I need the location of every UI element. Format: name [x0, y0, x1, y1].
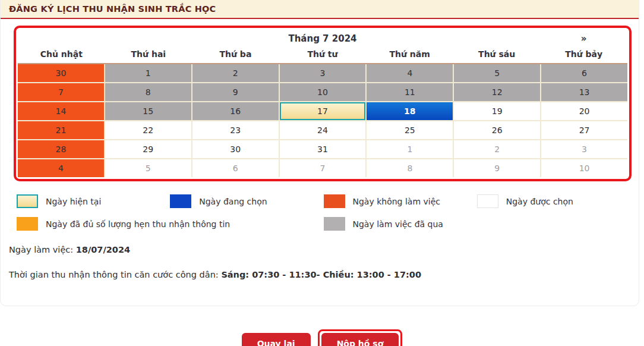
day-cell-3: 3 [280, 64, 366, 82]
day-cell-13: 13 [541, 83, 627, 101]
back-button[interactable]: Quay lại [242, 333, 311, 346]
day-cell-8: 8 [367, 159, 453, 177]
legend-item-full: Ngày đã đủ số lượng hẹn thu nhận thông t… [17, 217, 324, 231]
day-cell-9: 9 [454, 159, 540, 177]
legend-label: Ngày đã đủ số lượng hẹn thu nhận thông t… [46, 219, 230, 229]
day-cell-4: 4 [18, 159, 104, 177]
legend-label: Ngày không làm việc [353, 197, 440, 206]
legend-item-current: Ngày hiện tại [17, 194, 170, 208]
day-cell-6: 6 [541, 64, 627, 82]
calendar-grid: 3012345678910111213141516171819202122232… [18, 63, 627, 177]
legend-label: Ngày làm việc đã qua [353, 219, 443, 229]
day-cell-17[interactable]: 17 [280, 102, 366, 120]
calendar-month-row: Tháng 7 2024 » [18, 31, 627, 48]
day-cell-25[interactable]: 25 [367, 121, 453, 139]
day-cell-30[interactable]: 30 [192, 140, 279, 158]
collection-time-value: Sáng: 07:30 - 11:30- Chiều: 13:00 - 17:0… [221, 270, 421, 279]
day-header-0: Chủ nhật [18, 48, 105, 63]
day-header-4: Thứ năm [366, 48, 453, 63]
day-cell-4: 4 [367, 64, 453, 82]
day-cell-31[interactable]: 31 [280, 140, 366, 158]
day-headers: Chủ nhậtThứ haiThứ baThứ tưThứ nămThứ sá… [18, 48, 627, 63]
day-cell-18[interactable]: 18 [367, 102, 453, 120]
day-cell-5: 5 [454, 64, 540, 82]
day-header-5: Thứ sáu [453, 48, 541, 63]
day-cell-27[interactable]: 27 [541, 121, 627, 139]
collection-time-line: Thời gian thu nhận thông tin căn cước cô… [9, 270, 630, 279]
day-cell-21: 21 [18, 121, 104, 139]
day-cell-16: 16 [192, 102, 279, 120]
day-cell-10: 10 [541, 159, 627, 177]
day-cell-15: 15 [105, 102, 191, 120]
button-bar: Quay lại Nộp hồ sơ [0, 329, 644, 346]
day-cell-20[interactable]: 20 [541, 102, 627, 120]
day-cell-9: 9 [192, 83, 279, 101]
day-cell-28: 28 [18, 140, 104, 158]
legend-label: Ngày đang chọn [199, 197, 267, 206]
day-cell-3: 3 [541, 140, 627, 158]
legend-swatch-current [17, 194, 38, 208]
month-title: Tháng 7 2024 [18, 33, 627, 44]
legend-swatch-nonworking [324, 194, 345, 208]
day-cell-26[interactable]: 26 [454, 121, 540, 139]
day-cell-7: 7 [18, 83, 104, 101]
day-cell-30: 30 [18, 64, 104, 82]
day-cell-19[interactable]: 19 [454, 102, 540, 120]
legend-label: Ngày hiện tại [46, 197, 101, 206]
day-cell-14: 14 [18, 102, 104, 120]
collection-time-label: Thời gian thu nhận thông tin căn cước cô… [9, 270, 221, 279]
day-header-1: Thứ hai [105, 48, 192, 63]
day-cell-12: 12 [454, 83, 540, 101]
next-month-arrow[interactable]: » [577, 33, 591, 44]
legend-item-selectable: Ngày được chọn [477, 194, 630, 208]
day-cell-8: 8 [105, 83, 191, 101]
day-cell-23[interactable]: 23 [192, 121, 279, 139]
legend-swatch-full [17, 217, 38, 231]
day-cell-2: 2 [192, 64, 279, 82]
working-day-line: Ngày làm việc: 18/07/2024 [9, 245, 630, 254]
legend-item-selecting: Ngày đang chọn [170, 194, 323, 208]
calendar-annotation-box: Tháng 7 2024 » Chủ nhậtThứ haiThứ baThứ … [14, 26, 632, 181]
working-day-label: Ngày làm việc: [9, 245, 76, 254]
legend-swatch-selecting [170, 194, 191, 208]
working-day-value: 18/07/2024 [76, 245, 130, 254]
day-cell-11: 11 [367, 83, 453, 101]
submit-annotation-box: Nộp hồ sơ [318, 329, 403, 346]
day-cell-7: 7 [280, 159, 366, 177]
day-cell-22[interactable]: 22 [105, 121, 191, 139]
day-header-3: Thứ tư [279, 48, 367, 63]
legend-swatch-selectable [477, 194, 498, 208]
day-cell-6: 6 [192, 159, 279, 177]
legend-label: Ngày được chọn [506, 197, 573, 206]
schedule-card: ĐĂNG KÝ LỊCH THU NHẬN SINH TRẮC HỌC Thán… [0, 0, 639, 306]
legend-item-past: Ngày làm việc đã qua [324, 217, 477, 231]
card-header: ĐĂNG KÝ LỊCH THU NHẬN SINH TRẮC HỌC [1, 0, 639, 19]
legend-item-nonworking: Ngày không làm việc [324, 194, 477, 208]
page-title: ĐĂNG KÝ LỊCH THU NHẬN SINH TRẮC HỌC [9, 4, 216, 14]
day-cell-29[interactable]: 29 [105, 140, 191, 158]
day-cell-1: 1 [105, 64, 191, 82]
day-header-6: Thứ bảy [540, 48, 627, 63]
day-header-2: Thứ ba [192, 48, 279, 63]
day-cell-24[interactable]: 24 [280, 121, 366, 139]
day-cell-5: 5 [105, 159, 191, 177]
legend: Ngày hiện tạiNgày đang chọnNgày không là… [17, 194, 630, 231]
submit-button[interactable]: Nộp hồ sơ [321, 333, 399, 346]
day-cell-1: 1 [367, 140, 453, 158]
day-cell-10: 10 [280, 83, 366, 101]
day-cell-2: 2 [454, 140, 540, 158]
legend-swatch-past [324, 217, 345, 231]
